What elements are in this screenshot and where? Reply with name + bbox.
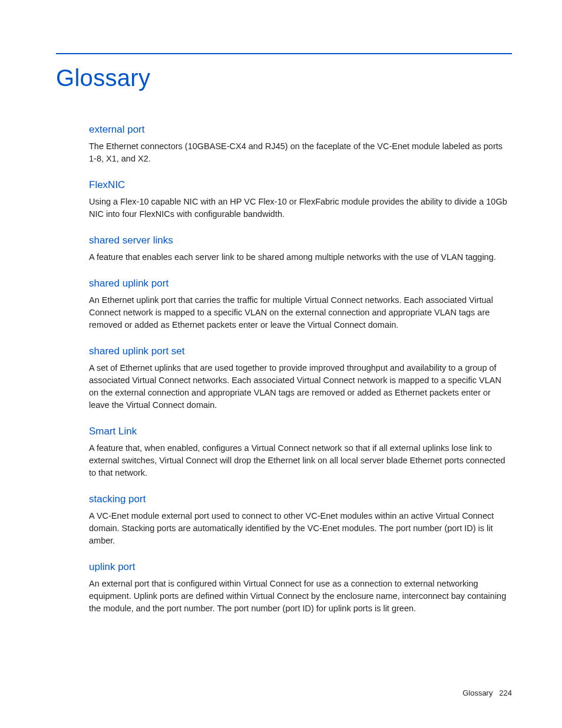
- glossary-content: external port The Ethernet connectors (1…: [89, 124, 512, 615]
- term-shared-uplink-port-set: shared uplink port set: [89, 345, 512, 357]
- term-flexnic: FlexNIC: [89, 179, 512, 191]
- page-footer: Glossary 224: [462, 689, 512, 697]
- glossary-entry: shared server links A feature that enabl…: [89, 235, 512, 263]
- definition-stacking-port: A VC-Enet module external port used to c…: [89, 510, 512, 547]
- page-title: Glossary: [56, 65, 512, 91]
- term-shared-uplink-port: shared uplink port: [89, 278, 512, 289]
- definition-smart-link: A feature that, when enabled, configures…: [89, 442, 512, 479]
- term-uplink-port: uplink port: [89, 561, 512, 573]
- term-external-port: external port: [89, 124, 512, 136]
- glossary-entry: external port The Ethernet connectors (1…: [89, 124, 512, 165]
- glossary-entry: shared uplink port set A set of Ethernet…: [89, 345, 512, 411]
- term-shared-server-links: shared server links: [89, 235, 512, 246]
- definition-flexnic: Using a Flex-10 capable NIC with an HP V…: [89, 196, 512, 220]
- glossary-entry: stacking port A VC-Enet module external …: [89, 493, 512, 547]
- definition-shared-server-links: A feature that enables each server link …: [89, 251, 512, 263]
- term-stacking-port: stacking port: [89, 493, 512, 505]
- glossary-entry: FlexNIC Using a Flex-10 capable NIC with…: [89, 179, 512, 220]
- glossary-entry: uplink port An external port that is con…: [89, 561, 512, 615]
- definition-external-port: The Ethernet connectors (10GBASE-CX4 and…: [89, 140, 512, 165]
- definition-shared-uplink-port-set: A set of Ethernet uplinks that are used …: [89, 362, 512, 411]
- glossary-entry: Smart Link A feature that, when enabled,…: [89, 426, 512, 479]
- term-smart-link: Smart Link: [89, 426, 512, 437]
- definition-shared-uplink-port: An Ethernet uplink port that carries the…: [89, 294, 512, 331]
- glossary-entry: shared uplink port An Ethernet uplink po…: [89, 278, 512, 331]
- top-rule: [56, 53, 512, 54]
- footer-page-number: 224: [499, 689, 512, 697]
- footer-label: Glossary: [462, 689, 492, 697]
- definition-uplink-port: An external port that is configured with…: [89, 578, 512, 615]
